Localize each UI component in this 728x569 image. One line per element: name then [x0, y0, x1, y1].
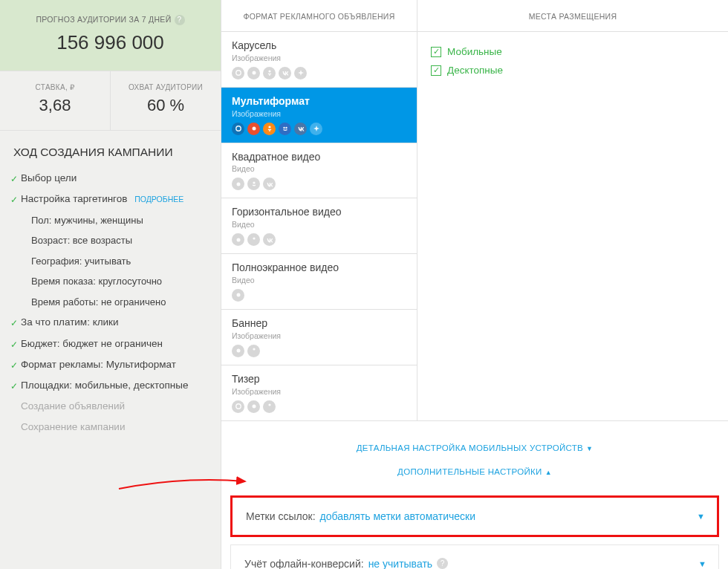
substep-duration: Время работы: не ограничено: [21, 292, 221, 313]
reach-value: 60 %: [114, 96, 218, 115]
panel-value: добавлять метки автоматически: [320, 510, 475, 522]
svg-point-12: [236, 293, 240, 297]
audience-prognosis-block: ПРОГНОЗ АУДИТОРИИ ЗА 7 ДНЕЙ? 156 996 000: [0, 0, 221, 71]
format-subtitle: Изображения: [232, 331, 406, 340]
format-title: Мультиформат: [232, 95, 406, 108]
svg-point-14: [253, 348, 255, 351]
ok-icon: [247, 233, 260, 246]
stake-block: СТАВКА, ₽ 3,68: [0, 71, 111, 130]
svg-point-4: [252, 127, 256, 131]
step-goal: ✓ Выбор цели: [10, 168, 221, 189]
check-icon: ✓: [10, 317, 21, 329]
format-option-teaser[interactable]: Тизер Изображения: [221, 365, 417, 420]
placement-column-header: МЕСТА РАЗМЕЩЕНИЯ: [417, 0, 728, 32]
prognosis-value: 156 996 000: [0, 31, 221, 54]
substep-time: Время показа: круглосуточно: [21, 271, 221, 292]
format-title: Карусель: [232, 39, 406, 52]
stake-value: 3,68: [3, 96, 107, 115]
ok-icon: [247, 178, 260, 190]
format-subtitle: Изображения: [232, 109, 406, 118]
target-icon: [232, 345, 244, 357]
check-icon: ✓: [10, 339, 21, 351]
reach-label: ОХВАТ АУДИТОРИИ: [114, 83, 218, 91]
svg-point-16: [252, 405, 256, 409]
step-targeting: ✓ Настройка таргетингов ПОДРОБНЕЕ: [10, 189, 221, 209]
check-icon: ✓: [10, 173, 21, 185]
target-icon: [247, 123, 260, 135]
panel-label: Метки ссылок:: [246, 510, 316, 522]
format-networks: [232, 345, 406, 357]
chevron-down-icon: ▼: [698, 559, 706, 568]
check-icon: ✓: [10, 380, 21, 392]
offline-conversions-panel[interactable]: Учёт офлайн-конверсий: не учитывать ? ▼: [230, 544, 719, 569]
svg-point-9: [253, 181, 255, 183]
format-option-banner[interactable]: Баннер Изображения: [221, 310, 417, 365]
check-icon: ✓: [10, 194, 21, 206]
reach-block: ОХВАТ АУДИТОРИИ 60 %: [111, 71, 221, 130]
svg-point-5: [268, 126, 270, 128]
svg-point-1: [252, 71, 256, 75]
more-settings-toggle[interactable]: ДОПОЛНИТЕЛЬНЫЕ НАСТРОЙКИ▲: [230, 460, 719, 484]
vk-icon: [263, 233, 276, 246]
format-subtitle: Изображения: [232, 53, 406, 62]
format-networks: [232, 123, 406, 135]
checkbox-checked-icon: [431, 47, 441, 57]
format-networks: [232, 233, 406, 246]
step-placements: ✓Площадки: мобильные, десктопные: [10, 375, 221, 396]
format-option-square-video[interactable]: Квадратное видео Видео: [221, 143, 417, 199]
spark-icon: [294, 67, 307, 79]
placement-label: Десктопные: [447, 65, 503, 76]
format-title: Полноэкранное видео: [232, 261, 406, 274]
mail-icon: [232, 123, 244, 135]
placement-label: Мобильные: [447, 46, 502, 57]
format-option-carousel[interactable]: Карусель Изображения: [221, 32, 417, 88]
stake-label: СТАВКА, ₽: [3, 83, 107, 91]
mail-icon: [232, 400, 244, 413]
svg-point-6: [283, 127, 285, 129]
svg-point-17: [268, 403, 270, 406]
substep-gender: Пол: мужчины, женщины: [21, 210, 221, 231]
mymir-icon: [279, 123, 291, 135]
step-save-campaign: Сохранение кампании: [10, 417, 221, 438]
step-budget: ✓Бюджет: бюджет не ограничен: [10, 334, 221, 354]
format-option-fullscreen-video[interactable]: Полноэкранное видео Видео: [221, 254, 417, 310]
vk-icon: [279, 67, 291, 79]
help-icon[interactable]: ?: [437, 558, 448, 569]
format-subtitle: Видео: [232, 220, 406, 229]
placement-desktop-checkbox[interactable]: Десктопные: [431, 61, 715, 79]
svg-point-8: [236, 182, 240, 186]
mobile-detail-settings-toggle[interactable]: ДЕТАЛЬНАЯ НАСТРОЙКА МОБИЛЬНЫХ УСТРОЙСТВ▼: [230, 436, 719, 460]
link-tags-panel[interactable]: Метки ссылок: добавлять метки автоматиче…: [230, 495, 719, 537]
placement-mobile-checkbox[interactable]: Мобильные: [431, 42, 715, 61]
format-option-multiformat[interactable]: Мультиформат Изображения: [221, 88, 417, 143]
step-pay: ✓За что платим: клики: [10, 312, 221, 333]
progress-title: ХОД СОЗДАНИЯ КАМПАНИИ: [0, 131, 221, 168]
format-subtitle: Видео: [232, 164, 406, 173]
targeting-more-link[interactable]: ПОДРОБНЕЕ: [134, 195, 183, 204]
svg-point-3: [235, 126, 240, 131]
format-networks: [232, 67, 406, 79]
target-icon: [247, 400, 260, 413]
checkbox-checked-icon: [431, 65, 441, 76]
check-icon: ✓: [10, 360, 21, 371]
chevron-down-icon: ▼: [697, 512, 705, 521]
format-title: Баннер: [232, 317, 406, 330]
step-label: Настройка таргетингов ПОДРОБНЕЕ: [21, 192, 221, 206]
format-title: Тизер: [232, 373, 406, 386]
campaign-progress-steps: ✓ Выбор цели ✓ Настройка таргетингов ПОД…: [0, 168, 221, 438]
format-option-horizontal-video[interactable]: Горизонтальное видео Видео: [221, 198, 417, 254]
vk-icon: [294, 123, 307, 135]
ok-icon: [263, 400, 276, 413]
svg-point-15: [235, 404, 240, 409]
prognosis-label: ПРОГНОЗ АУДИТОРИИ ЗА 7 ДНЕЙ?: [0, 15, 221, 25]
chevron-up-icon: ▲: [545, 469, 552, 476]
panel-label: Учёт офлайн-конверсий:: [244, 558, 364, 569]
step-label: Выбор цели: [21, 172, 221, 185]
substep-age: Возраст: все возрасты: [21, 230, 221, 251]
panel-value: не учитывать: [368, 558, 432, 569]
svg-point-2: [268, 71, 270, 73]
format-subtitle: Видео: [232, 276, 406, 284]
ok-icon: [247, 345, 260, 357]
help-icon[interactable]: ?: [175, 15, 185, 25]
format-title: Горизонтальное видео: [232, 206, 406, 218]
